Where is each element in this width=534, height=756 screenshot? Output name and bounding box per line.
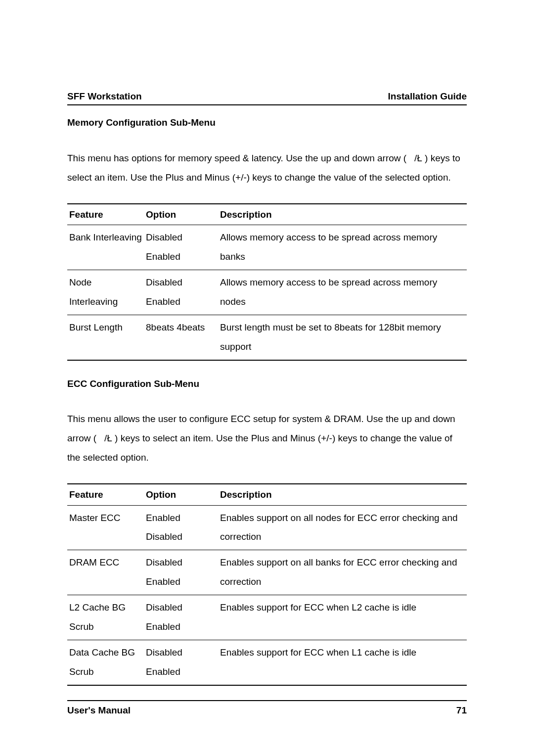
- table-ecc: Feature Option Description Master ECC En…: [67, 483, 467, 686]
- table-header-row: Feature Option Description: [67, 484, 467, 505]
- cell-option: Enabled Disabled: [144, 505, 218, 550]
- cell-description: Enables support on all banks for ECC err…: [218, 550, 467, 595]
- header-right: Installation Guide: [388, 89, 467, 103]
- cell-feature: L2 Cache BG Scrub: [67, 595, 144, 640]
- cell-feature: Node Interleaving: [67, 270, 144, 315]
- cell-description: Enables support for ECC when L1 cache is…: [218, 640, 467, 685]
- cell-description: Allows memory access to be spread across…: [218, 270, 467, 315]
- th-description: Description: [218, 204, 467, 225]
- table-row: L2 Cache BG Scrub Disabled Enabled Enabl…: [67, 595, 467, 640]
- cell-description: Enables support for ECC when L2 cache is…: [218, 595, 467, 640]
- cell-option: Disabled Enabled: [144, 225, 218, 270]
- footer-right: 71: [456, 703, 467, 717]
- cell-option: Disabled Enabled: [144, 640, 218, 685]
- th-option: Option: [144, 204, 218, 225]
- section-para-ecc: This menu allows the user to configure E…: [67, 410, 467, 468]
- cell-option: Disabled Enabled: [144, 550, 218, 595]
- footer-left: User's Manual: [67, 703, 131, 717]
- cell-option: Disabled Enabled: [144, 595, 218, 640]
- table-row: Master ECC Enabled Disabled Enables supp…: [67, 505, 467, 550]
- section-para-memory: This menu has options for memory speed &…: [67, 149, 467, 188]
- section-title-ecc: ECC Configuration Sub-Menu: [67, 377, 467, 391]
- table-row: Bank Interleaving Disabled Enabled Allow…: [67, 225, 467, 270]
- th-description: Description: [218, 484, 467, 505]
- cell-feature: Data Cache BG Scrub: [67, 640, 144, 685]
- header-left: SFF Workstation: [67, 89, 142, 103]
- page-footer: User's Manual 71: [67, 700, 467, 717]
- cell-feature: DRAM ECC: [67, 550, 144, 595]
- page-header: SFF Workstation Installation Guide: [67, 89, 467, 105]
- cell-option: 8beats 4beats: [144, 315, 218, 360]
- table-row: Burst Length 8beats 4beats Burst length …: [67, 315, 467, 360]
- cell-feature: Bank Interleaving: [67, 225, 144, 270]
- cell-description: Allows memory access to be spread across…: [218, 225, 467, 270]
- table-header-row: Feature Option Description: [67, 204, 467, 225]
- cell-description: Enables support on all nodes for ECC err…: [218, 505, 467, 550]
- table-row: Data Cache BG Scrub Disabled Enabled Ena…: [67, 640, 467, 685]
- page: SFF Workstation Installation Guide Memor…: [0, 0, 534, 756]
- table-row: DRAM ECC Disabled Enabled Enables suppor…: [67, 550, 467, 595]
- th-feature: Feature: [67, 484, 144, 505]
- section-title-memory: Memory Configuration Sub-Menu: [67, 115, 467, 130]
- th-feature: Feature: [67, 204, 144, 225]
- table-memory: Feature Option Description Bank Interlea…: [67, 203, 467, 361]
- cell-feature: Master ECC: [67, 505, 144, 550]
- cell-feature: Burst Length: [67, 315, 144, 360]
- cell-option: Disabled Enabled: [144, 270, 218, 315]
- table-row: Node Interleaving Disabled Enabled Allow…: [67, 270, 467, 315]
- cell-description: Burst length must be set to 8beats for 1…: [218, 315, 467, 360]
- th-option: Option: [144, 484, 218, 505]
